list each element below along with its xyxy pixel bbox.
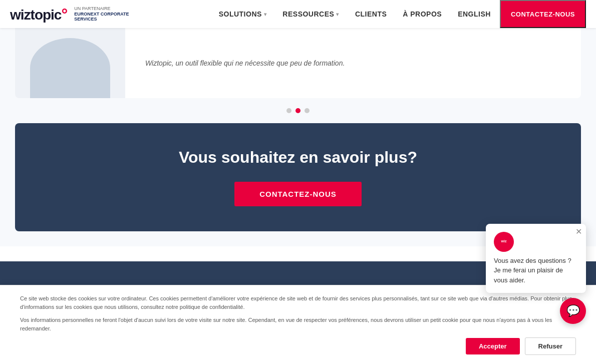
nav-links: SOLUTIONS ▾ RESSOURCES ▾ CLIENTS À PROPO… <box>212 0 586 28</box>
cookie-refuse-button[interactable]: Refuser <box>525 337 576 355</box>
chat-popup: wiz ✕ Vous avez des questions ? Je me fe… <box>486 224 586 293</box>
cookie-accept-button[interactable]: Accepter <box>466 338 520 354</box>
nav-apropos[interactable]: À PROPOS <box>396 6 449 22</box>
nav-english[interactable]: ENGLISH <box>451 6 498 22</box>
testimonial-card: Wiztopic, un outil flexible qui ne néces… <box>15 28 581 98</box>
chat-popup-text: Vous avez des questions ? Je me ferai un… <box>494 256 578 285</box>
testimonial-image <box>15 28 125 98</box>
logo-text: wiztopic° <box>10 5 67 24</box>
carousel-dot-3[interactable] <box>305 108 310 113</box>
navbar-logo[interactable]: wiztopic° UN PARTENAIRE EURONEXT CORPORA… <box>10 5 134 24</box>
chevron-down-icon: ▾ <box>336 12 339 17</box>
chat-icon: 💬 <box>566 304 580 317</box>
chat-widget-area: wiz ✕ Vous avez des questions ? Je me fe… <box>486 224 586 324</box>
navbar: wiztopic° UN PARTENAIRE EURONEXT CORPORA… <box>0 0 596 28</box>
testimonial-avatar-shape <box>30 38 110 98</box>
chat-popup-header: wiz ✕ <box>494 232 578 252</box>
cookie-actions: Accepter Refuser <box>20 337 576 355</box>
chat-popup-container: wiz ✕ Vous avez des questions ? Je me fe… <box>486 224 586 293</box>
cta-button[interactable]: CONTACTEZ-NOUS <box>234 182 362 206</box>
chevron-down-icon: ▾ <box>264 12 267 17</box>
carousel-dots <box>0 98 596 118</box>
testimonial-content: Wiztopic, un outil flexible qui ne néces… <box>125 28 581 98</box>
chat-open-button[interactable]: 💬 <box>560 298 586 324</box>
chat-logo: wiz <box>494 232 514 252</box>
testimonial-quote: Wiztopic, un outil flexible qui ne néces… <box>145 58 345 69</box>
partner-info: UN PARTENAIRE EURONEXT CORPORATE SERVICE… <box>74 6 134 22</box>
nav-ressources[interactable]: RESSOURCES ▾ <box>275 6 346 22</box>
nav-clients[interactable]: CLIENTS <box>348 6 394 22</box>
carousel-dot-2[interactable] <box>295 108 301 113</box>
testimonial-section: Wiztopic, un outil flexible qui ne néces… <box>0 28 596 246</box>
carousel-dot-1[interactable] <box>286 108 291 113</box>
nav-solutions[interactable]: SOLUTIONS ▾ <box>212 6 274 22</box>
cta-title: Vous souhaitez en savoir plus? <box>35 148 561 167</box>
nav-cta-button[interactable]: CONTACTEZ-NOUS <box>500 0 586 28</box>
cta-section: Vous souhaitez en savoir plus? CONTACTEZ… <box>15 123 581 231</box>
chat-close-button[interactable]: ✕ <box>575 227 582 236</box>
